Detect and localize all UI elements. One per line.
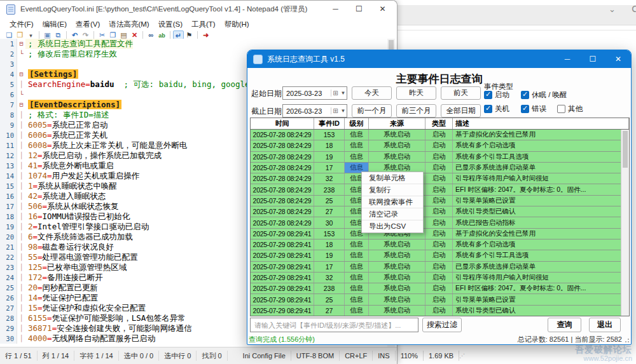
table-cell[interactable]: 系统有多个启动选项: [453, 239, 629, 250]
status-segment-r3[interactable]: INS: [373, 351, 395, 361]
menu-item-1[interactable]: 编辑(E): [38, 18, 71, 30]
date-dropdown-icon[interactable]: ▼: [340, 108, 347, 114]
table-cell[interactable]: 引导程序等待用户输入时间很短: [453, 273, 629, 283]
table-cell[interactable]: 153: [314, 229, 345, 239]
table-cell[interactable]: 信息: [345, 130, 369, 140]
status-segment-r2[interactable]: CR+LF: [340, 351, 373, 361]
table-scrollbar-thumb[interactable]: [623, 131, 628, 168]
table-cell[interactable]: 2025-07-28 08:24:29: [251, 130, 314, 140]
calendar-icon[interactable]: ⊞: [331, 90, 340, 97]
context-menu-item-0[interactable]: 复制单元格: [362, 172, 423, 184]
save-all-icon[interactable]: [53, 30, 64, 39]
table-cell[interactable]: 2025-07-29 08:29:41: [251, 283, 314, 293]
code-text[interactable]: 20=闰秒配置已更新: [25, 283, 98, 293]
search-filter-button[interactable]: 搜索过滤: [422, 318, 462, 332]
dialog-close-icon[interactable]: ✕: [605, 50, 631, 68]
fold-marker-icon[interactable]: [17, 69, 25, 79]
status-segment-1[interactable]: 列 1 / 14: [38, 351, 75, 361]
code-text[interactable]: 172=备用连接已断开: [25, 273, 103, 283]
code-text[interactable]: 1=系统从睡眠状态中唤醒: [25, 181, 117, 191]
event-type-checkbox-1[interactable]: 休眠 / 唤醒: [521, 90, 567, 100]
table-cell[interactable]: 基于虚拟化的安全性已禁用: [453, 130, 629, 140]
find-icon[interactable]: [146, 30, 156, 39]
quick-date-button[interactable]: 昨天: [396, 86, 436, 100]
code-text[interactable]: 6=文件系统筛选器已成功加载: [25, 232, 133, 242]
quick-date-button[interactable]: 前天: [441, 86, 481, 100]
minimize-icon[interactable]: ─: [324, 1, 347, 17]
table-row[interactable]: 2025-07-28 08:24:2932信息系统启动启动引导程序等待用户输入时…: [251, 173, 629, 184]
table-cell[interactable]: 启动: [425, 184, 453, 194]
save-icon[interactable]: [42, 30, 53, 39]
code-text[interactable]: [Settings]: [25, 69, 78, 79]
table-row[interactable]: 2025-07-28 08:24:2918信息系统启动启动系统有多个启动选项: [251, 140, 629, 151]
table-cell[interactable]: 启动: [425, 239, 453, 250]
date-dropdown-icon[interactable]: ▼: [340, 90, 347, 96]
copy-icon[interactable]: [107, 30, 118, 39]
table-cell[interactable]: 启动: [425, 283, 453, 293]
status-segment-r4[interactable]: 110%: [396, 351, 424, 361]
table-cell[interactable]: 引导菜单策略已设置: [453, 294, 629, 304]
code-text[interactable]: 506=系统从休眠状态恢复: [25, 201, 119, 212]
code-text[interactable]: 98=磁盘卷运行状况良好: [25, 242, 114, 252]
code-text[interactable]: ; 修改后需重启程序生效: [25, 49, 117, 59]
code-text[interactable]: 42=系统进入睡眠状态: [25, 191, 106, 201]
end-date-input[interactable]: 2026-03-23 ⊞ ▼: [282, 104, 347, 118]
table-cell[interactable]: 2025-07-29 08:29:41: [251, 294, 314, 304]
close-icon[interactable]: ✕: [371, 1, 394, 17]
code-text[interactable]: 6005=系统已正常启动: [25, 120, 107, 130]
menu-item-3[interactable]: 语法高亮(M): [104, 18, 153, 30]
table-cell[interactable]: 引导程序等待用户输入时间很短: [453, 173, 629, 184]
table-row[interactable]: 2025-07-29 08:29:4119信息系统启动启动系统有多个引导工具选项: [251, 250, 629, 261]
table-row[interactable]: 2025-07-29 08:29:4127信息系统启动启动系统引导类型已确认: [251, 306, 629, 316]
maximize-icon[interactable]: ☐: [347, 1, 371, 17]
checkbox-icon[interactable]: [484, 105, 492, 113]
delete-icon[interactable]: [129, 30, 140, 39]
code-text[interactable]: ; 格式: 事件ID=描述: [25, 110, 109, 120]
fold-marker-icon[interactable]: [17, 39, 25, 49]
word-wrap-icon[interactable]: [173, 30, 184, 39]
checkbox-icon[interactable]: [557, 105, 565, 113]
editor-line[interactable]: 1; 系统日志查询工具配置文件: [0, 39, 396, 49]
start-date-input[interactable]: 2025-03-23 ⊞ ▼: [282, 86, 347, 100]
table-cell[interactable]: 2025-07-28 08:24:29: [251, 152, 314, 162]
search-input[interactable]: [250, 318, 418, 332]
table-cell[interactable]: 系统启动: [369, 306, 425, 316]
query-button[interactable]: 查询: [548, 318, 581, 332]
table-row[interactable]: 2025-07-28 08:24:2925信息系统启动启动引导菜单策略已设置: [251, 196, 629, 206]
table-cell[interactable]: 启动: [425, 250, 453, 260]
table-cell[interactable]: 启动: [425, 273, 453, 283]
table-cell[interactable]: 2025-07-28 08:24:29: [251, 140, 314, 151]
status-segment-r5[interactable]: 1.69 KB: [424, 351, 459, 361]
code-text[interactable]: 36871=安全连接创建失败，可能影响网络通信: [25, 323, 192, 334]
exit-icon[interactable]: [200, 30, 211, 39]
table-cell[interactable]: 2025-07-29 08:29:41: [251, 229, 314, 239]
checkbox-icon[interactable]: [484, 91, 492, 99]
table-cell[interactable]: 信息: [345, 140, 369, 151]
context-menu-item-2[interactable]: 联网搜索事件: [362, 196, 423, 208]
table-cell[interactable]: 启动: [425, 262, 453, 272]
table-cell[interactable]: 系统启动: [369, 152, 425, 162]
table-cell[interactable]: 信息: [345, 239, 369, 250]
table-cell[interactable]: 2025-07-28 08:24:29: [251, 163, 314, 173]
table-cell[interactable]: 基于虚拟化的安全性已禁用: [453, 229, 629, 239]
status-segment-5[interactable]: 找到 0: [197, 351, 227, 361]
table-cell[interactable]: 系统引导类型已确认: [453, 306, 629, 316]
refresh-icon[interactable]: C: [632, 3, 636, 14]
status-segment-0[interactable]: 行 1 / 51: [0, 351, 38, 361]
table-scrollbar[interactable]: [621, 130, 629, 316]
table-cell[interactable]: 2025-07-28 08:24:29: [251, 184, 314, 194]
menu-item-4[interactable]: 设置(S): [154, 18, 187, 30]
table-cell[interactable]: 系统启动: [369, 140, 425, 151]
table-row[interactable]: 2025-07-29 08:29:4118信息系统启动启动系统有多个启动选项: [251, 239, 629, 250]
table-cell[interactable]: 18: [314, 239, 345, 250]
code-text[interactable]: 15=凭证保护和虚拟化安全已配置: [25, 303, 146, 313]
code-text[interactable]: 6008=系统上次未正常关机，可能是意外断电: [25, 140, 187, 151]
code-text[interactable]: 16=IOMMU错误报告已初始化: [25, 212, 130, 222]
table-cell[interactable]: 238: [314, 283, 345, 293]
table-cell[interactable]: 引导菜单策略已设置: [453, 196, 629, 206]
code-text[interactable]: 6155=凭证保护可能受影响，LSA包签名异常: [25, 313, 186, 323]
event-type-checkbox-3[interactable]: 错误: [521, 104, 546, 114]
table-cell[interactable]: 系统有多个引导工具选项: [453, 250, 629, 260]
table-cell[interactable]: 信息: [345, 262, 369, 272]
table-cell[interactable]: 系统启动: [369, 250, 425, 260]
